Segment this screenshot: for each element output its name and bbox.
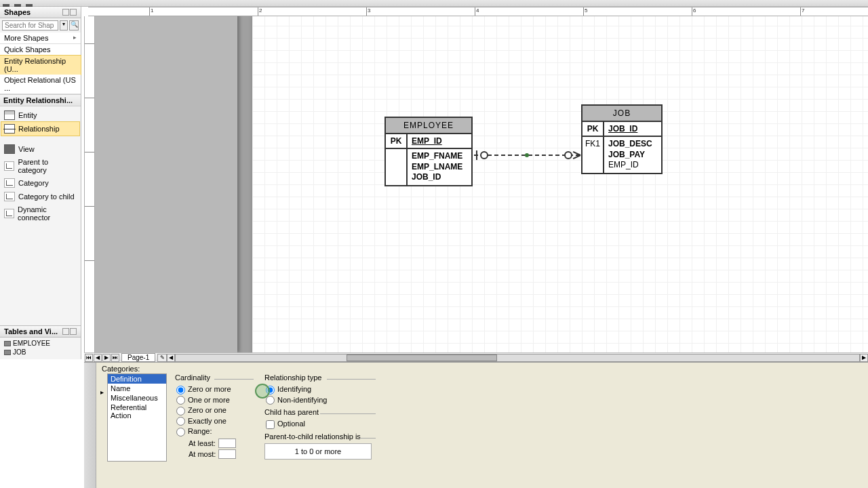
page-tab[interactable]: Page-1 — [121, 353, 155, 362]
nav-next-icon[interactable]: ▶ — [102, 354, 111, 362]
shape-category-to-child[interactable]: Category to child — [1, 190, 79, 203]
opt-label: Exactly one — [188, 417, 226, 425]
nav-prev-icon[interactable]: ◀ — [94, 354, 102, 362]
category-item[interactable]: Miscellaneous — [108, 393, 166, 403]
category-item[interactable]: Definition — [108, 374, 166, 384]
shape-category[interactable]: Category — [1, 176, 79, 190]
entity-employee[interactable]: EMPLOYEE PK EMP_ID EMP_FNAME EMP_LNAME J… — [384, 117, 473, 186]
pk-field: JOB_ID — [604, 122, 661, 137]
checkbox-optional[interactable] — [266, 420, 275, 429]
cardinality-option[interactable]: One or more — [176, 395, 255, 406]
reltype-option[interactable]: Identifying — [266, 384, 378, 395]
pk-label: PK — [583, 122, 604, 137]
scroll-right-icon[interactable]: ▶ — [860, 354, 868, 362]
radio-identifying[interactable] — [266, 386, 275, 394]
radio-zero-or-one[interactable] — [176, 407, 185, 415]
page-edge — [95, 16, 237, 352]
app-titlebar — [0, 0, 868, 7]
search-go-icon[interactable]: 🔍 — [69, 20, 79, 30]
cardinality-option[interactable]: Zero or more — [176, 384, 255, 395]
category-entity-relationship[interactable]: Entity Relationship (U... — [0, 55, 81, 75]
at-most-input[interactable] — [218, 449, 236, 459]
view-icon — [4, 144, 15, 154]
tree-expand-icon[interactable]: ▸ — [100, 373, 107, 462]
nav-first-icon[interactable]: ⏮ — [85, 354, 93, 362]
close-icon[interactable] — [70, 328, 77, 335]
connector-icon — [4, 209, 14, 218]
rel-midpoint[interactable] — [525, 153, 529, 157]
key-col — [386, 149, 408, 185]
min-icon[interactable] — [62, 9, 69, 16]
shape-label: View — [18, 145, 35, 153]
radio-zero-or-more[interactable] — [176, 386, 185, 394]
shape-relationship[interactable]: Relationship — [1, 121, 80, 136]
min-icon[interactable] — [62, 328, 69, 335]
table-item[interactable]: JOB — [3, 348, 78, 357]
close-icon[interactable] — [70, 9, 77, 16]
ruler-horizontal: 1 2 3 4 5 6 7 — [88, 7, 868, 16]
opt-label: Optional — [277, 420, 305, 428]
childparent-legend: Child has parent — [264, 408, 319, 416]
search-dropdown-icon[interactable]: ▾ — [60, 20, 68, 30]
optional-checkbox-row[interactable]: Optional — [266, 419, 378, 430]
parentchild-legend: Parent-to-child relationship is — [264, 432, 361, 441]
shape-dynamic-connector[interactable]: Dynamic connector — [1, 203, 79, 224]
scroll-left-icon[interactable]: ◀ — [167, 354, 175, 362]
radio-non-identifying[interactable] — [266, 396, 275, 405]
cardinality-option[interactable]: Range: — [176, 426, 255, 437]
page-tabs-bar: ⏮ ◀ ▶ ⏭ Page-1 ✎ ◀ ▶ — [84, 352, 868, 362]
rel-end-one — [476, 150, 477, 160]
radio-one-or-more[interactable] — [176, 396, 185, 405]
cardinality-option[interactable]: Exactly one — [176, 416, 255, 427]
table-icon — [4, 350, 11, 355]
category-item[interactable]: Name — [108, 384, 166, 393]
shapes-subhead: Entity Relationshi... — [0, 94, 81, 106]
at-least-input[interactable] — [218, 439, 236, 448]
shape-view[interactable]: View — [1, 142, 79, 156]
opt-label: Identifying — [277, 385, 311, 393]
shape-label: Relationship — [18, 125, 60, 133]
category-item[interactable]: Referential Action — [108, 403, 166, 420]
tables-list: EMPLOYEE JOB — [0, 338, 81, 358]
radio-range[interactable] — [176, 428, 185, 436]
entity-icon — [4, 110, 15, 120]
shapes-panel-header: Shapes — [0, 7, 81, 18]
cardinality-option[interactable]: Zero or one — [176, 405, 255, 416]
scrollbar-thumb[interactable] — [347, 354, 497, 361]
table-item[interactable]: EMPLOYEE — [3, 339, 78, 348]
drawing-page[interactable]: EMPLOYEE PK EMP_ID EMP_FNAME EMP_LNAME J… — [252, 16, 868, 352]
attr: EMP_LNAME — [412, 162, 467, 173]
attr: JOB_PAY — [608, 150, 657, 161]
attr: JOB_ID — [412, 172, 467, 183]
pk-field: EMP_ID — [408, 134, 471, 149]
reltype-option[interactable]: Non-identifying — [266, 395, 378, 406]
entity-job[interactable]: JOB PK JOB_ID FK1 JOB_DESC JOB_PAY EMP_I… — [581, 104, 663, 174]
rel-end-circle — [564, 151, 572, 159]
category-more-shapes[interactable]: More Shapes — [0, 33, 81, 44]
category-quick-shapes[interactable]: Quick Shapes — [0, 44, 81, 56]
category-object-relational[interactable]: Object Relational (US ... — [0, 75, 81, 94]
opt-label: Range: — [188, 427, 212, 435]
grid — [252, 16, 868, 352]
entity-header: JOB — [583, 106, 661, 122]
scrollbar-track[interactable] — [175, 354, 860, 362]
nav-last-icon[interactable]: ⏭ — [111, 354, 119, 362]
shape-parent-to-category[interactable]: Parent to category — [1, 156, 79, 176]
relationship-preview: 1 to 0 or more — [264, 443, 372, 460]
opt-label: Non-identifying — [277, 396, 327, 404]
cardinality-legend: Cardinality — [175, 373, 210, 382]
shape-entity[interactable]: Entity — [1, 108, 79, 122]
radio-exactly-one[interactable] — [176, 417, 185, 426]
shape-label: Dynamic connector — [18, 205, 77, 222]
drawing-canvas[interactable]: EMPLOYEE PK EMP_ID EMP_FNAME EMP_LNAME J… — [95, 16, 868, 352]
key-col: FK1 — [583, 137, 604, 173]
tables-panel-header: Tables and Vi... — [0, 326, 81, 338]
relationship-icon — [4, 124, 15, 134]
ruler-vertical — [84, 16, 95, 352]
categories-list[interactable]: Definition Name Miscellaneous Referentia… — [107, 373, 167, 462]
tables-views-panel: Tables and Vi... EMPLOYEE JOB — [0, 325, 81, 359]
panel-gutter[interactable] — [84, 363, 96, 488]
search-input[interactable] — [2, 20, 58, 30]
shape-label: Category to child — [18, 192, 75, 201]
new-page-icon[interactable]: ✎ — [157, 354, 167, 362]
